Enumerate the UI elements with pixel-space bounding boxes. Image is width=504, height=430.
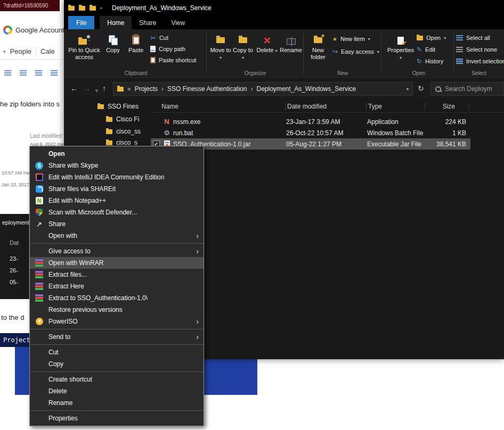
select-none-button[interactable]: Select none	[456, 44, 497, 55]
menu-item-share-files-via-shareit[interactable]: Share files via SHAREit	[30, 183, 204, 195]
menu-item-rename[interactable]: Rename	[30, 397, 204, 409]
nav-item-cisco-finesse[interactable]: Cisco Fi	[106, 115, 139, 123]
file-row-run-bat[interactable]: run.bat 26-Oct-22 10:57 AM Windows Batch…	[151, 127, 470, 138]
menu-item-cut[interactable]: Cut	[30, 346, 204, 358]
chevron-down-icon: ▾	[444, 36, 446, 40]
background-column-header: Dat	[10, 239, 19, 246]
menu-item-share-with-skype[interactable]: Share with Skype	[30, 160, 204, 171]
nav-item-cisco-ss[interactable]: cisco_ss	[106, 128, 141, 135]
menu-item-delete[interactable]: Delete	[30, 385, 204, 397]
menu-item-scan-with-defender[interactable]: Scan with Microsoft Defender...	[30, 206, 204, 218]
menu-item-share[interactable]: Share	[30, 218, 204, 230]
tab-home[interactable]: Home	[100, 16, 132, 29]
menu-item-open[interactable]: Open	[30, 148, 204, 160]
column-header-size[interactable]: Size	[443, 103, 455, 110]
winrar-icon	[35, 271, 43, 278]
paste-button[interactable]: Paste	[125, 31, 147, 54]
paste-shortcut-button[interactable]: Paste shortcut	[150, 55, 196, 65]
menu-item-give-access-to[interactable]: Give access to ›	[30, 245, 204, 257]
copy-path-button[interactable]: Copy path	[150, 44, 185, 54]
nav-item-cisco-s[interactable]: cisco_s	[106, 139, 137, 146]
up-arrow-icon[interactable]: ↑	[102, 84, 106, 93]
column-header-type[interactable]: Type	[368, 103, 382, 110]
open-button[interactable]: Open ▾	[417, 32, 446, 43]
menu-item-extract-to-folder[interactable]: Extract to SSO_Authentication-1.0\	[30, 292, 204, 304]
nav-item-sso-finesse[interactable]: SSO Fines	[97, 103, 139, 110]
forward-arrow-icon[interactable]: →	[83, 84, 91, 93]
breadcrumb-separator-icon[interactable]: ›	[250, 85, 253, 93]
background-row: 05-	[10, 279, 18, 285]
menu-item-create-shortcut[interactable]: Create shortcut	[30, 374, 204, 385]
breadcrumb-deployment-as-windows-service[interactable]: Deployment_As_Windows_Service	[256, 85, 356, 93]
menu-item-properties[interactable]: Properties	[30, 412, 204, 424]
breadcrumb-overflow-chevron-icon[interactable]: «	[127, 85, 131, 93]
new-folder-button[interactable]: ★ New folder	[306, 31, 330, 61]
cut-button[interactable]: ✂ Cut	[150, 32, 168, 43]
submenu-arrow-icon: ›	[196, 318, 199, 325]
tab-people[interactable]: People	[10, 47, 31, 55]
easy-access-button[interactable]: ↪ Easy access ▾	[332, 46, 379, 57]
column-divider[interactable]	[425, 103, 425, 111]
tab-cale[interactable]: Cale	[40, 47, 55, 55]
breadcrumb-separator-icon[interactable]: ›	[161, 85, 164, 93]
rename-button[interactable]: Rename	[279, 31, 303, 54]
list-icon[interactable]	[4, 70, 11, 76]
chevron-down-icon[interactable]: ▾	[3, 49, 6, 54]
context-menu: Open Share with Skype Edit with IntelliJ…	[29, 146, 204, 426]
menu-item-open-with-winrar[interactable]: Open with WinRAR	[30, 257, 204, 269]
breadcrumb-projects[interactable]: Projects	[135, 85, 158, 93]
select-all-button[interactable]: Select all	[456, 32, 490, 43]
quick-access-folder-icon[interactable]	[79, 6, 85, 11]
move-to-button[interactable]: → Move to ▾	[210, 31, 231, 61]
invert-selection-button[interactable]: Invert selection	[456, 56, 504, 67]
properties-button[interactable]: ✔ Properties ▾	[388, 31, 413, 61]
tab-view[interactable]: View	[164, 16, 192, 29]
copy-to-icon: →	[239, 37, 247, 45]
column-header-date-modified[interactable]: Date modified	[287, 103, 327, 110]
column-divider[interactable]	[469, 103, 469, 111]
tab-file[interactable]: File	[68, 16, 94, 29]
group-label-clipboard: Clipboard	[65, 70, 207, 76]
tab-share[interactable]: Share	[132, 16, 164, 29]
menu-item-poweriso[interactable]: PowerISO ›	[30, 316, 204, 327]
menu-item-send-to[interactable]: Send to ›	[30, 331, 204, 343]
list-icon[interactable]	[35, 70, 42, 76]
menu-item-edit-with-intellij[interactable]: Edit with IntelliJ IDEA Community Editio…	[30, 171, 204, 183]
breadcrumb-sso-finesse-authentication[interactable]: SSO Finesse Authentication	[167, 85, 247, 93]
menu-item-copy[interactable]: Copy	[30, 358, 204, 370]
ribbon-group-clipboard: Pin to Quick access Copy Paste ✂ Cut Cop…	[65, 29, 207, 77]
copy-to-button[interactable]: → Copy to ▾	[232, 31, 254, 61]
file-row-nssm-exe[interactable]: nssm.exe 23-Jan-17 3:59 AM Application 2…	[151, 116, 470, 127]
search-box[interactable]	[430, 82, 504, 96]
menu-item-extract-here[interactable]: Extract Here	[30, 280, 204, 292]
refresh-icon[interactable]: ↻	[418, 84, 424, 93]
menu-item-extract-files[interactable]: Extract files...	[30, 269, 204, 280]
menu-item-open-with[interactable]: Open with ›	[30, 230, 204, 242]
edit-button[interactable]: ✎ Edit	[417, 44, 435, 55]
column-divider[interactable]	[366, 103, 367, 111]
browser-url-bar[interactable]: ?draftId=16590590	[0, 0, 60, 11]
column-divider[interactable]	[285, 103, 286, 111]
back-arrow-icon[interactable]: ←	[70, 84, 78, 93]
group-label-open: Open	[384, 70, 454, 76]
google-account-row[interactable]: Google Account	[3, 26, 64, 35]
list-icon[interactable]	[20, 70, 27, 76]
search-input[interactable]	[445, 85, 500, 93]
window-title: Deployment_As_Windows_Service	[112, 4, 212, 12]
copy-button[interactable]: Copy	[102, 31, 124, 54]
column-header-name[interactable]: Name	[161, 103, 178, 110]
pin-to-quick-access-button[interactable]: Pin to Quick access	[68, 31, 100, 61]
quick-access-toolbar-caret-icon[interactable]: ▾	[100, 6, 102, 11]
breadcrumb-bar[interactable]: « Projects › SSO Finesse Authentication …	[113, 82, 413, 96]
new-item-button[interactable]: ★ New item ▾	[332, 34, 370, 44]
address-dropdown-caret-icon[interactable]: ▾	[407, 87, 409, 92]
notepad-plus-plus-icon	[36, 197, 43, 204]
menu-item-edit-with-notepadpp[interactable]: Edit with Notepad++	[30, 195, 204, 206]
history-button[interactable]: ↻ History	[417, 56, 443, 67]
menu-item-restore-previous-versions[interactable]: Restore previous versions	[30, 304, 204, 316]
ribbon-group-open: ✔ Properties ▾ Open ▾ ✎ Edit ↻ History O…	[384, 29, 454, 77]
delete-button[interactable]: Delete ▾	[256, 31, 278, 54]
list-icon[interactable]	[51, 70, 58, 76]
recent-locations-caret-icon[interactable]: ▾	[95, 86, 99, 95]
quick-access-folder-icon[interactable]	[90, 6, 96, 11]
